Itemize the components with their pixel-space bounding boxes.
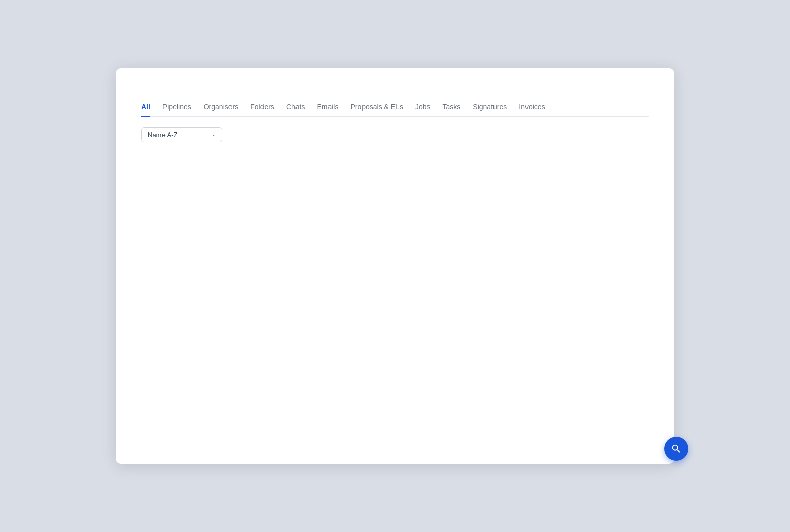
tab-organisers[interactable]: Organisers: [204, 98, 238, 117]
search-fab[interactable]: [664, 437, 688, 461]
marketplace-window: AllPipelinesOrganisersFoldersChatsEmails…: [116, 68, 674, 464]
sort-select[interactable]: Name A-ZName Z-ANewestOldest: [141, 127, 222, 142]
tab-proposals[interactable]: Proposals & ELs: [350, 98, 403, 117]
tab-tasks[interactable]: Tasks: [443, 98, 461, 117]
tab-all[interactable]: All: [141, 98, 150, 117]
sort-row: Name A-ZName Z-ANewestOldest: [141, 127, 649, 142]
tab-chats[interactable]: Chats: [286, 98, 305, 117]
tab-pipelines[interactable]: Pipelines: [162, 98, 191, 117]
tab-emails[interactable]: Emails: [317, 98, 338, 117]
tab-folders[interactable]: Folders: [250, 98, 274, 117]
tab-invoices[interactable]: Invoices: [519, 98, 545, 117]
tab-nav: AllPipelinesOrganisersFoldersChatsEmails…: [141, 98, 649, 117]
tab-signatures[interactable]: Signatures: [473, 98, 507, 117]
tab-jobs[interactable]: Jobs: [415, 98, 431, 117]
